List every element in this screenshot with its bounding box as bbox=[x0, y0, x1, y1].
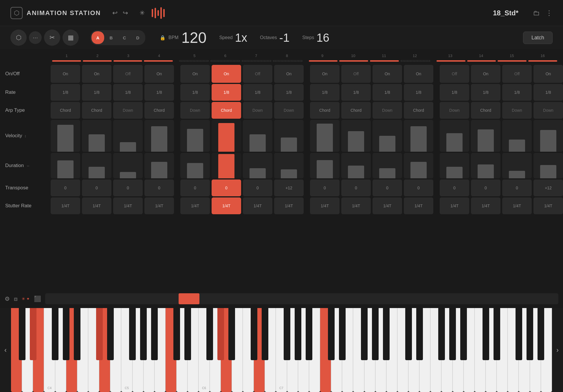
cell-stutter_rate-9[interactable]: 1/4T bbox=[310, 197, 340, 214]
cell-arp_type-2[interactable]: Chord bbox=[82, 102, 111, 119]
cell-on_off-8[interactable]: On bbox=[274, 65, 304, 83]
black-key-30[interactable] bbox=[483, 308, 489, 360]
cell-arp_type-6[interactable]: Chord bbox=[212, 102, 241, 119]
cell-velocity-9[interactable] bbox=[310, 120, 340, 152]
cell-stutter_rate-3[interactable]: 1/4T bbox=[113, 197, 143, 214]
speed-value[interactable]: 1x bbox=[235, 31, 247, 44]
keyboard-config-icon[interactable]: ✳ ✦ bbox=[22, 296, 30, 301]
black-key-0[interactable] bbox=[19, 308, 25, 360]
cell-rate-2[interactable]: 1/8 bbox=[82, 84, 111, 101]
black-key-4[interactable] bbox=[74, 308, 80, 360]
cell-velocity-4[interactable] bbox=[144, 120, 174, 152]
cell-transpose-1[interactable]: 0 bbox=[51, 179, 80, 196]
cell-duration-5[interactable] bbox=[180, 153, 210, 178]
cell-velocity-1[interactable] bbox=[51, 120, 80, 152]
cell-duration-10[interactable] bbox=[341, 153, 371, 178]
cell-arp_type-16[interactable]: Down bbox=[533, 102, 563, 119]
black-key-24[interactable] bbox=[383, 308, 390, 360]
cell-duration-2[interactable] bbox=[82, 153, 111, 178]
cell-arp_type-12[interactable]: Chord bbox=[404, 102, 433, 119]
cell-stutter_rate-12[interactable]: 1/4T bbox=[404, 197, 433, 214]
cell-on_off-10[interactable]: Off bbox=[341, 65, 371, 83]
black-key-9[interactable] bbox=[151, 308, 158, 360]
piano-roll-icon[interactable]: ⧈ bbox=[14, 296, 18, 302]
cell-duration-13[interactable] bbox=[440, 153, 469, 178]
black-key-11[interactable] bbox=[184, 308, 191, 360]
black-key-6[interactable] bbox=[107, 308, 114, 360]
black-key-5[interactable] bbox=[96, 308, 103, 360]
black-key-10[interactable] bbox=[173, 308, 180, 360]
black-key-31[interactable] bbox=[494, 308, 500, 360]
mini-keys-icon[interactable]: ⬛ bbox=[34, 295, 41, 302]
scissors-button[interactable]: ✂ bbox=[44, 30, 60, 46]
cell-transpose-11[interactable]: 0 bbox=[373, 179, 402, 196]
cell-stutter_rate-7[interactable]: 1/4T bbox=[243, 197, 272, 214]
cell-on_off-2[interactable]: On bbox=[82, 65, 111, 83]
undo-button[interactable]: ↩ bbox=[112, 9, 118, 17]
cell-stutter_rate-1[interactable]: 1/4T bbox=[51, 197, 80, 214]
pattern-tab-b[interactable]: B bbox=[105, 31, 118, 44]
cell-arp_type-13[interactable]: Down bbox=[440, 102, 469, 119]
cell-velocity-6[interactable] bbox=[212, 120, 241, 152]
cell-arp_type-11[interactable]: Down bbox=[373, 102, 402, 119]
cell-velocity-8[interactable] bbox=[274, 120, 304, 152]
cell-transpose-15[interactable]: 0 bbox=[502, 179, 532, 196]
black-key-32[interactable] bbox=[516, 308, 522, 360]
cell-rate-9[interactable]: 1/8 bbox=[310, 84, 340, 101]
cell-transpose-2[interactable]: 0 bbox=[82, 179, 111, 196]
cell-arp_type-5[interactable]: Down bbox=[180, 102, 210, 119]
black-key-21[interactable] bbox=[339, 308, 346, 360]
cell-rate-3[interactable]: 1/8 bbox=[113, 84, 143, 101]
cell-velocity-7[interactable] bbox=[243, 120, 272, 152]
cell-duration-11[interactable] bbox=[373, 153, 402, 178]
black-key-14[interactable] bbox=[228, 308, 235, 360]
cell-duration-7[interactable] bbox=[243, 153, 272, 178]
cell-duration-16[interactable] bbox=[533, 153, 563, 178]
pattern-tab-a[interactable]: A bbox=[91, 31, 104, 44]
black-key-17[interactable] bbox=[284, 308, 290, 360]
black-key-28[interactable] bbox=[449, 308, 456, 360]
cell-on_off-11[interactable]: On bbox=[373, 65, 402, 83]
pattern-tab-c[interactable]: C bbox=[118, 31, 131, 44]
cell-velocity-3[interactable] bbox=[113, 120, 143, 152]
cell-rate-14[interactable]: 1/8 bbox=[471, 84, 500, 101]
cell-on_off-15[interactable]: Off bbox=[502, 65, 532, 83]
cell-duration-1[interactable] bbox=[51, 153, 80, 178]
cell-on_off-12[interactable]: On bbox=[404, 65, 433, 83]
black-key-18[interactable] bbox=[295, 308, 301, 360]
cell-transpose-16[interactable]: +12 bbox=[533, 179, 563, 196]
tool-options-button[interactable]: ⋯ bbox=[29, 31, 42, 44]
black-key-23[interactable] bbox=[372, 308, 379, 360]
cell-on_off-7[interactable]: Off bbox=[243, 65, 272, 83]
cell-stutter_rate-16[interactable]: 1/4T bbox=[533, 197, 563, 214]
cell-duration-14[interactable] bbox=[471, 153, 500, 178]
cell-on_off-1[interactable]: On bbox=[51, 65, 80, 83]
cell-rate-16[interactable]: 1/8 bbox=[533, 84, 563, 101]
black-key-2[interactable] bbox=[52, 308, 58, 360]
3d-view-button[interactable]: ⬡ bbox=[10, 30, 27, 46]
folder-icon[interactable]: 🗀 bbox=[533, 9, 540, 17]
piano-right-nav[interactable]: › bbox=[552, 308, 563, 392]
cell-rate-13[interactable]: 1/8 bbox=[440, 84, 469, 101]
cell-stutter_rate-13[interactable]: 1/4T bbox=[440, 197, 469, 214]
cell-duration-6[interactable] bbox=[212, 153, 241, 178]
cell-velocity-16[interactable] bbox=[533, 120, 563, 152]
bpm-value[interactable]: 120 bbox=[181, 30, 207, 45]
steps-value[interactable]: 16 bbox=[316, 31, 329, 44]
cell-duration-3[interactable] bbox=[113, 153, 143, 178]
cell-duration-9[interactable] bbox=[310, 153, 340, 178]
cell-on_off-16[interactable]: On bbox=[533, 65, 563, 83]
cell-on_off-13[interactable]: Off bbox=[440, 65, 469, 83]
cell-arp_type-10[interactable]: Chord bbox=[341, 102, 371, 119]
cell-stutter_rate-2[interactable]: 1/4T bbox=[82, 197, 111, 214]
pattern-tab-d[interactable]: D bbox=[131, 31, 144, 44]
cell-rate-1[interactable]: 1/8 bbox=[51, 84, 80, 101]
cell-on_off-14[interactable]: On bbox=[471, 65, 500, 83]
octaves-value[interactable]: -1 bbox=[279, 31, 290, 44]
cell-on_off-3[interactable]: Off bbox=[113, 65, 143, 83]
redo-button[interactable]: ↪ bbox=[123, 9, 128, 17]
cell-stutter_rate-14[interactable]: 1/4T bbox=[471, 197, 500, 214]
cell-velocity-11[interactable] bbox=[373, 120, 402, 152]
latch-button[interactable]: Latch bbox=[523, 32, 553, 44]
black-key-16[interactable] bbox=[262, 308, 268, 360]
